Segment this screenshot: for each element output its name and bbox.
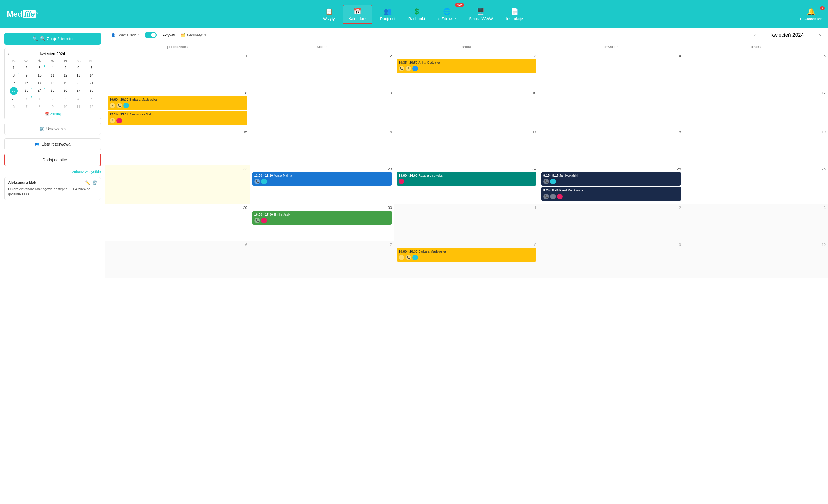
reserve-list-button[interactable]: 👥 Lista rezerwowa xyxy=(4,138,101,150)
mini-cal-day[interactable]: 6 xyxy=(7,103,20,110)
exclaim-icon: ! xyxy=(406,66,411,72)
cal-cell: 9 xyxy=(250,89,395,128)
cal-event[interactable]: 10:00 - 10:30 Barbara Masłowska≡📞 xyxy=(397,248,536,262)
mini-cal-day[interactable]: 19 xyxy=(59,80,72,87)
event-name: Barbara Masłowska xyxy=(129,98,157,101)
mini-cal-day[interactable]: 4 xyxy=(46,64,59,72)
mini-cal-day[interactable]: 8 xyxy=(33,103,46,110)
nav-instrukcje[interactable]: 📄 Instrukcje xyxy=(501,5,528,23)
mini-cal-day[interactable]: 22 xyxy=(10,87,18,95)
cal-cell: 12 xyxy=(684,89,828,128)
settings-button[interactable]: ⚙️ Ustawienia xyxy=(4,123,101,135)
mini-cal-day[interactable]: 12 xyxy=(59,72,72,79)
mini-cal-day[interactable]: 231 xyxy=(20,87,33,95)
mini-cal-day[interactable]: 1 xyxy=(33,96,46,103)
mini-cal-day[interactable]: 10 xyxy=(59,103,72,110)
next-month-button[interactable]: › xyxy=(818,31,822,39)
phone-icon: 📞 xyxy=(254,179,260,184)
mini-cal-day[interactable]: 1 xyxy=(7,64,20,72)
cal-event[interactable]: 16:00 - 17:00 Emilia Jasik📞 xyxy=(252,211,392,225)
mini-cal-day[interactable]: 7 xyxy=(85,64,98,72)
mini-cal-day[interactable]: 3 xyxy=(59,96,72,103)
cal-date: 24 xyxy=(397,167,536,171)
mini-cal-day[interactable]: 5 xyxy=(59,64,72,72)
mini-cal-day-header: Cz xyxy=(46,58,59,64)
event-name: Agata Malina xyxy=(274,174,292,177)
mini-cal-day[interactable]: 9 xyxy=(46,103,59,110)
mini-cal-day[interactable]: 21 xyxy=(85,80,98,87)
mini-cal-day[interactable]: 6 xyxy=(72,64,85,72)
mini-cal-day[interactable]: 11 xyxy=(46,72,59,79)
mini-cal-day[interactable]: 16 xyxy=(20,80,33,87)
cal-week-row: 222312:00 - 12:20 Agata Malina📞2413:00 -… xyxy=(106,165,828,204)
cal-event[interactable]: 12:00 - 12:20 Agata Malina📞 xyxy=(252,172,392,186)
mini-cal-day[interactable]: 301 xyxy=(20,96,33,103)
mini-cal-day[interactable]: 25 xyxy=(46,87,59,95)
mini-cal-day[interactable]: 2 xyxy=(20,64,33,72)
mini-cal-day[interactable]: 17 xyxy=(33,80,46,87)
nav-pacjenci[interactable]: 👥 Pacjenci xyxy=(375,5,400,23)
cal-event[interactable]: 8:15 - 9:15 Jan Kowalski📞 xyxy=(541,172,681,186)
mini-cal-day[interactable]: 15 xyxy=(7,80,20,87)
mini-cal-day[interactable]: 242 xyxy=(33,87,46,95)
calendar-navigation: ‹ kwiecień 2024 › xyxy=(752,31,822,39)
mini-cal-day[interactable]: 2 xyxy=(46,96,59,103)
mini-cal-day[interactable]: 13 xyxy=(72,72,85,79)
cal-date: 2 xyxy=(252,54,392,58)
mini-cal-day[interactable]: 10 xyxy=(33,72,46,79)
cal-event[interactable]: 13:00 - 14:00 Rozalia Lisowska xyxy=(397,172,536,186)
nav-wizyty[interactable]: 📋 Wizyty xyxy=(318,5,340,23)
mini-cal-day[interactable]: 20 xyxy=(72,80,85,87)
mini-cal-day[interactable]: 7 xyxy=(20,103,33,110)
nav-pacjenci-label: Pacjenci xyxy=(380,16,395,21)
mini-cal-prev[interactable]: ‹ xyxy=(7,51,9,56)
event-time: 8:25 - 8:45 xyxy=(543,189,560,192)
specialists-filter: 👤 Specjaliści: 7 xyxy=(111,33,139,37)
mini-cal-day[interactable]: 14 xyxy=(85,72,98,79)
mini-cal-next[interactable]: › xyxy=(96,51,98,56)
mini-cal-day[interactable]: 82 xyxy=(7,72,20,79)
event-icons: 📞 xyxy=(543,179,679,184)
dot-teal-icon xyxy=(550,179,556,184)
edit-note-icon[interactable]: ✏️ xyxy=(85,180,90,185)
mini-cal-day[interactable]: 4 xyxy=(72,96,85,103)
event-time: 10:00 - 10:30 xyxy=(110,98,129,101)
nav-strona[interactable]: 🖥️ Strona WWW xyxy=(463,5,498,23)
find-btn-label: 🔍 Znajdź termin xyxy=(40,36,73,41)
reserve-icon: 👥 xyxy=(35,142,39,146)
notifications-button[interactable]: 7 🔔 Powiadomien xyxy=(800,8,822,21)
dot-teal-icon xyxy=(123,103,129,108)
see-all-link[interactable]: zobacz wszystkie xyxy=(4,170,101,174)
mini-cal-day[interactable]: 5 xyxy=(85,96,98,103)
mini-cal-day[interactable]: 9 xyxy=(20,72,33,79)
cal-event[interactable]: 10:00 - 10:30 Barbara Masłowska≡📞 xyxy=(108,96,247,110)
mini-cal-day[interactable]: 29 xyxy=(7,96,20,103)
mini-cal-day[interactable]: 12 xyxy=(85,103,98,110)
mini-cal-day[interactable]: 18 xyxy=(46,80,59,87)
cal-cell: 5 xyxy=(684,52,828,89)
cal-event[interactable]: 12:15 - 13:15 Aleksandra Mak! xyxy=(108,111,247,125)
mini-cal-day-header: So xyxy=(72,58,85,64)
find-appointment-button[interactable]: 🔍 🔍 Znajdź termin xyxy=(4,33,101,45)
cal-event[interactable]: 10:35 - 10:50 Anika Gościcka📞! xyxy=(397,59,536,73)
cal-cell: 11 xyxy=(539,89,684,128)
prev-month-button[interactable]: ‹ xyxy=(752,31,757,39)
add-note-button[interactable]: + Dodaj notatkę xyxy=(4,153,101,166)
mini-cal-day[interactable]: 27 xyxy=(72,87,85,95)
today-link[interactable]: 📅 dzisiaj xyxy=(7,112,98,116)
cal-date: 1 xyxy=(397,205,536,210)
mini-cal-day[interactable]: 26 xyxy=(59,87,72,95)
note-card: Aleksandra Mak ✏️ 🗑️ Lekarz Aleksndra Ma… xyxy=(4,177,101,200)
nav-ezdrowie[interactable]: NEW 🌐 e-Zdrowie xyxy=(433,5,461,23)
phone-icon: 📞 xyxy=(399,66,404,72)
mini-cal-day[interactable]: 28 xyxy=(85,87,98,95)
mini-cal-day[interactable]: 31 xyxy=(33,64,46,72)
aktywni-toggle[interactable] xyxy=(144,32,157,38)
cal-cell: 9 xyxy=(539,241,684,278)
cal-event[interactable]: 8:25 - 8:45 Karol Mikołowski📞! xyxy=(541,187,681,200)
nav-kalendarz[interactable]: 📅 Kalendarz xyxy=(343,5,372,24)
delete-note-icon[interactable]: 🗑️ xyxy=(92,180,97,185)
calendar-weeks: 12310:35 - 10:50 Anika Gościcka📞!45810:0… xyxy=(106,52,828,278)
mini-cal-day[interactable]: 11 xyxy=(72,103,85,110)
nav-rachunki[interactable]: 💲 Rachunki xyxy=(403,5,430,23)
